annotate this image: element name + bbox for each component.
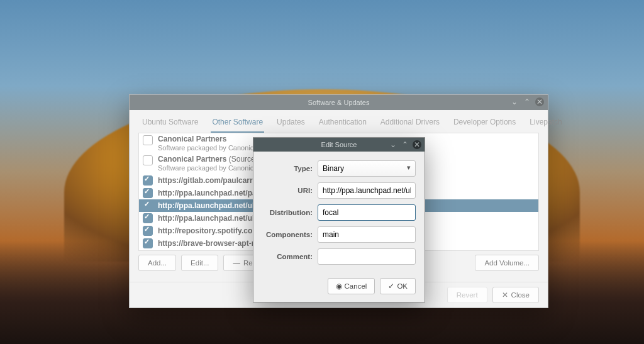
components-input[interactable]: [318, 226, 416, 243]
cancel-icon: ◉: [336, 282, 342, 290]
add-volume-button[interactable]: Add Volume...: [475, 255, 539, 271]
window-title: Software & Updates: [308, 99, 370, 106]
cancel-button[interactable]: ◉Cancel: [328, 278, 375, 294]
checkbox[interactable]: [143, 155, 153, 165]
dialog-title: Edit Source: [321, 141, 357, 148]
checkbox[interactable]: [143, 175, 153, 186]
source-selected-overflow: rce Code): [437, 189, 470, 197]
comment-input[interactable]: [318, 248, 416, 265]
checkbox[interactable]: [143, 213, 153, 223]
uri-input[interactable]: [318, 182, 416, 199]
checkbox[interactable]: [143, 188, 153, 198]
window-close-icon[interactable]: ✕: [535, 97, 544, 106]
window-titlebar: Software & Updates ⌄ ⌃ ✕: [130, 95, 548, 110]
type-select[interactable]: Binary: [318, 160, 416, 177]
uri-label: URI:: [262, 187, 318, 194]
minus-icon: —: [233, 259, 240, 267]
source-title: Canonical Partners: [158, 155, 226, 164]
window-minimize-icon[interactable]: ⌄: [510, 97, 519, 106]
checkbox[interactable]: [143, 226, 153, 236]
components-label: Components:: [262, 231, 318, 238]
distribution-label: Distribution:: [262, 209, 318, 216]
close-x-icon: ✕: [502, 291, 508, 299]
checkbox[interactable]: [143, 135, 153, 145]
add-button[interactable]: Add...: [138, 255, 176, 271]
edit-button[interactable]: Edit...: [181, 255, 218, 271]
tab-authentication[interactable]: Authentication: [318, 115, 368, 133]
comment-label: Comment:: [262, 253, 318, 260]
source-title: http://ppa.launchpad.net/ubunt: [158, 214, 269, 223]
tab-developer-options[interactable]: Developer Options: [452, 115, 517, 133]
tab-updates[interactable]: Updates: [275, 115, 306, 133]
tab-additional-drivers[interactable]: Additional Drivers: [379, 115, 441, 133]
distribution-input[interactable]: [318, 204, 416, 221]
revert-button: Revert: [447, 287, 487, 303]
dialog-titlebar: Edit Source ⌄ ⌃ ✕: [253, 138, 425, 152]
dialog-minimize-icon[interactable]: ⌄: [389, 140, 397, 149]
check-icon: ✓: [388, 282, 394, 290]
tab-other-software[interactable]: Other Software: [211, 115, 264, 133]
ok-button[interactable]: ✓OK: [380, 278, 416, 294]
dialog-maximize-icon[interactable]: ⌃: [401, 140, 409, 149]
window-maximize-icon[interactable]: ⌃: [523, 97, 531, 106]
checkbox[interactable]: [143, 201, 153, 211]
type-label: Type:: [262, 165, 318, 172]
dialog-close-icon[interactable]: ✕: [413, 140, 421, 149]
checkbox[interactable]: [143, 238, 153, 248]
tab-bar: Ubuntu Software Other Software Updates A…: [130, 110, 548, 133]
edit-source-dialog: Edit Source ⌄ ⌃ ✕ Type: Binary URI: Dist…: [253, 137, 425, 302]
tab-livepatch[interactable]: Livepatch: [528, 115, 563, 133]
tab-ubuntu-software[interactable]: Ubuntu Software: [141, 115, 199, 133]
close-button[interactable]: ✕Close: [492, 287, 539, 303]
